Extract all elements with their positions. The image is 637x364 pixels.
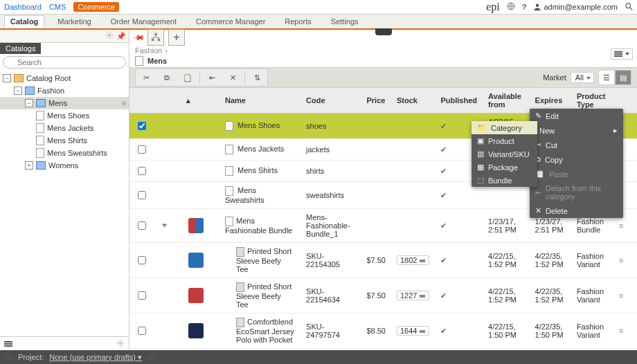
link-commerce[interactable]: Commerce (73, 2, 119, 12)
col-price[interactable]: Price (361, 88, 391, 113)
new-package[interactable]: ▦Package (472, 161, 537, 174)
col-name[interactable]: Name (219, 88, 300, 113)
search-icon[interactable] (625, 2, 633, 12)
cell-avail: 4/22/15, 1:52 PM (483, 278, 530, 313)
tree-root[interactable]: −Catalog Root (0, 72, 129, 84)
tree-fashion[interactable]: −Fashion (0, 84, 129, 97)
cut-icon[interactable]: ✂ (137, 71, 155, 84)
new-category[interactable]: 📁Category (472, 121, 537, 134)
sort-icon[interactable]: ⇅ (248, 71, 266, 84)
panel-gear-icon[interactable] (105, 31, 114, 41)
link-cms[interactable]: CMS (49, 3, 66, 11)
row-checkbox[interactable] (138, 145, 146, 154)
ctx-delete[interactable]: ✕Delete (530, 203, 623, 218)
link-dashboard[interactable]: Dashboard (4, 3, 42, 11)
row-menu-icon[interactable]: ≡ (613, 313, 637, 349)
col-code[interactable]: Code (300, 88, 361, 113)
ctx-copy[interactable]: ⧉Copy (530, 152, 623, 167)
expand-caret-icon[interactable] (162, 224, 168, 228)
row-checkbox[interactable] (138, 327, 146, 335)
tab-settings[interactable]: Settings (325, 15, 365, 28)
tree-mens-jackets[interactable]: Mens Jackets (0, 122, 129, 134)
new-product[interactable]: ▣Product (472, 134, 537, 147)
ctx-cut[interactable]: ✂Cut (530, 138, 623, 152)
row-checkbox[interactable] (138, 291, 146, 300)
grid-toolbar: ✂ ⧉ 📋 ⇤ ✕ ⇅ (135, 69, 268, 87)
row-checkbox[interactable] (138, 191, 146, 199)
tab-order-mgmt[interactable]: Order Management (105, 15, 183, 28)
project-selector[interactable]: None (use primary drafts) ▾ (49, 353, 142, 362)
ctx-paste: 📋Paste (530, 167, 623, 181)
panel-tab-catalogs[interactable]: Catalogs (0, 43, 41, 54)
project-label: Project: (18, 353, 44, 361)
row-checkbox[interactable] (138, 256, 146, 264)
cell-ptype: Fashion Variant (571, 278, 613, 313)
table-row[interactable]: Printed Short Sleeve Beefy TeeSKU-221543… (129, 243, 637, 278)
panel-pin-icon[interactable]: 📌 (116, 32, 126, 41)
tree-footer-gear-icon[interactable] (116, 339, 125, 349)
table-row[interactable]: Comfortblend EcoSmart Jersey Polo with P… (129, 313, 637, 349)
table-row[interactable]: Printed Short Sleeve Beefy TeeSKU-221546… (129, 278, 637, 313)
detach-icon[interactable]: ⇤ (203, 71, 221, 84)
tree-mens[interactable]: −Mens≡ (0, 97, 129, 109)
breadcrumb-parent[interactable]: Fashion (135, 46, 162, 55)
new-variant[interactable]: ▥Variant/SKU (472, 147, 537, 161)
ctx-new[interactable]: New▸ (530, 123, 623, 138)
copy-icon[interactable]: ⧉ (158, 71, 176, 84)
breadcrumb-current: Mens (147, 57, 167, 65)
row-menu-icon[interactable]: ≡ (613, 243, 637, 278)
tree-womens[interactable]: +Womens (0, 159, 129, 172)
tree-footer-menu-icon[interactable] (4, 340, 12, 347)
pencil-icon: ✎ (535, 111, 541, 120)
view-detail-icon[interactable]: ▤ (615, 70, 631, 85)
check-icon: ✔ (440, 291, 447, 300)
col-avail[interactable]: Available from (483, 88, 530, 113)
row-checkbox[interactable] (138, 122, 146, 130)
footer-options-icon[interactable] (147, 354, 156, 361)
svg-rect-12 (420, 330, 425, 333)
tree-mens-sweatshirts[interactable]: Mens Sweatshirts (0, 147, 129, 159)
paste-icon[interactable]: 📋 (179, 71, 197, 84)
row-context-menu: ✎Edit New▸ ✂Cut ⧉Copy 📋Paste ⇤Detach fro… (530, 109, 623, 218)
row-menu-icon[interactable]: ≡ (613, 278, 637, 313)
cell-price (361, 182, 391, 209)
user-menu[interactable]: admin@example.com (533, 3, 618, 11)
cell-expires: 4/22/35, 1:52 PM (530, 278, 571, 313)
main-pin-icon[interactable]: 📌 (132, 30, 145, 44)
add-button[interactable]: + (168, 29, 185, 46)
catalog-tree: −Catalog Root −Fashion −Mens≡ Mens Shoes… (0, 71, 129, 336)
sitemap-icon[interactable] (147, 29, 164, 46)
tree-mens-shoes[interactable]: Mens Shoes (0, 109, 129, 122)
row-checkbox[interactable] (138, 221, 146, 230)
new-bundle[interactable]: ⬚Bundle (472, 174, 537, 187)
market-select[interactable]: All (571, 72, 594, 83)
tree-search-input[interactable] (3, 56, 126, 69)
cell-name: Printed Short Sleeve Beefy Tee (219, 243, 300, 278)
cell-name: Printed Short Sleeve Beefy Tee (219, 278, 300, 313)
cell-stock: 1802 (391, 243, 435, 278)
footer-menu-icon[interactable] (4, 354, 12, 361)
tab-reports[interactable]: Reports (278, 15, 318, 28)
cell-stock (391, 113, 435, 139)
stock-pill[interactable]: 1227 (397, 291, 429, 300)
tab-marketing[interactable]: Marketing (51, 15, 97, 28)
stock-pill[interactable]: 1802 (397, 255, 429, 265)
view-list-icon[interactable]: ☰ (598, 70, 615, 85)
row-checkbox[interactable] (138, 167, 146, 175)
delete-icon[interactable]: ✕ (224, 71, 242, 84)
tree-mens-shirts[interactable]: Mens Shirts (0, 134, 129, 147)
cell-code: shirts (300, 161, 361, 182)
top-handle[interactable] (375, 28, 392, 35)
epi-logo: epi (486, 1, 500, 13)
tab-catalog[interactable]: Catalog (4, 15, 44, 28)
tab-commerce-mgr[interactable]: Commerce Manager (190, 15, 271, 28)
cell-price: $7.50 (361, 278, 391, 313)
global-topbar: Dashboard CMS Commerce epi ? admin@examp… (0, 0, 637, 15)
col-published[interactable]: Published (435, 88, 483, 113)
col-stock[interactable]: Stock (391, 88, 435, 113)
ctx-edit[interactable]: ✎Edit (530, 109, 623, 123)
help-icon[interactable]: ? (522, 3, 527, 11)
stock-pill[interactable]: 1644 (397, 326, 429, 336)
view-settings-dropdown[interactable] (611, 48, 633, 60)
globe-icon[interactable] (507, 2, 515, 12)
